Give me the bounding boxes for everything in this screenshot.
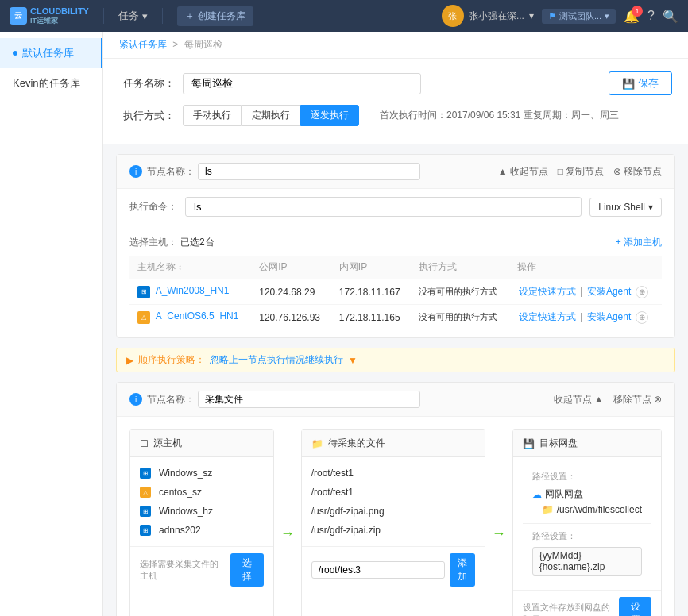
linux-icon: △ [140, 487, 151, 498]
search-icon[interactable]: 🔍 [663, 9, 678, 24]
node2-card: i 节点名称： 收起节点 ▲ 移除节点 ⊗ [116, 382, 675, 616]
action-sep: | [580, 311, 582, 322]
node1-header: i 节点名称： ▲ 收起节点 □ 复制节点 ⊗ [117, 155, 674, 189]
create-task-btn[interactable]: ＋ 创建任务库 [177, 6, 253, 26]
node2-shrink-btn[interactable]: 收起节点 ▲ [554, 393, 604, 406]
dot-icon [13, 51, 17, 56]
exec-mode-row: 执行方式： 手动执行 定期执行 逐发执行 首次执行时间：2017/09/06 1… [119, 105, 672, 126]
windows-icon: ⊞ [137, 286, 150, 298]
node1-actions: ▲ 收起节点 □ 复制节点 ⊗ 移除节点 [498, 165, 662, 179]
th-exec-method: 执行方式 [411, 256, 509, 279]
user-area[interactable]: 张 张小强在深... ▾ [442, 5, 534, 27]
source-host3: Windows_hz [159, 506, 213, 517]
target-col-icon: 💾 [523, 438, 535, 449]
exec-scheduled-btn[interactable]: 定期执行 [242, 105, 300, 126]
sidebar-item-default-task[interactable]: 默认任务库 [0, 38, 102, 68]
source-select-btn[interactable]: 选择 [230, 553, 263, 587]
save-button[interactable]: 💾 保存 [609, 71, 672, 95]
file-item1: /root/test1 [311, 468, 354, 479]
remove-icon: ⊗ [613, 166, 621, 177]
avatar: 张 [442, 5, 464, 27]
file-col-body: /root/test1 /root/test1 /usr/gdf-zipai.p… [302, 457, 485, 546]
task-name-label: 任务名称： [119, 76, 175, 90]
node1-shrink-btn[interactable]: ▲ 收起节点 [498, 165, 548, 179]
strategy-link[interactable]: 忽略上一节点执行情况继续执行 [210, 353, 343, 367]
th-action: 操作 [509, 256, 662, 279]
target-col-body: 路径设置： ☁ 网队网盘 📁 /usr/wdm/filescollect [513, 457, 661, 590]
host2-exec-method: 没有可用的执行方式 [411, 305, 509, 330]
file-item2: /root/test1 [311, 487, 354, 498]
source-col-bottom: 选择需要采集文件的主机 选择 [130, 546, 273, 593]
main-content: 紧认任务库 > 每周巡检 任务名称： 💾 保存 执行方式： 手动执行 定期执行 … [103, 32, 688, 616]
cmd-type-btn[interactable]: Linux Shell ▾ [589, 198, 662, 217]
list-item: △ centos_sz [140, 483, 264, 502]
file-col: 📁 待采集的文件 /root/test1 /root/test1 [301, 429, 485, 616]
target-set-btn[interactable]: 设置 [619, 597, 651, 616]
logo: 云 CLOUDBILITY IT运维家 [10, 6, 89, 26]
create-label: 创建任务库 [198, 10, 245, 23]
breadcrumb-parent[interactable]: 紧认任务库 [119, 39, 167, 50]
cloud-folder-icon: ☁ [532, 489, 542, 500]
team-dropdown-icon: ▾ [605, 11, 609, 21]
host1-action2-link[interactable]: 安装Agent [587, 286, 631, 297]
node2-info-icon: i [129, 393, 142, 406]
task-name-input[interactable] [183, 73, 421, 94]
exec-manual-btn[interactable]: 手动执行 [183, 105, 242, 126]
remove-label: 移除节点 [624, 165, 662, 179]
host1-name-link[interactable]: A_Win2008_HN1 [156, 285, 230, 296]
logo-text: CLOUDBILITY IT运维家 [30, 6, 89, 26]
node1-name-input[interactable] [198, 163, 420, 180]
node2-name-label: 节点名称： [147, 393, 195, 406]
host-selected: 已选2台 [180, 236, 215, 249]
sidebar-item-kevin-task[interactable]: Kevin的任务库 [0, 68, 102, 98]
node1-copy-btn[interactable]: □ 复制节点 [558, 165, 604, 179]
host2-settings-icon[interactable]: ⊕ [636, 311, 648, 324]
node2-actions: 收起节点 ▲ 移除节点 ⊗ [554, 393, 662, 406]
file-add-btn[interactable]: 添加 [450, 553, 475, 587]
source-col-body: ⊞ Windows_sz △ centos_sz ⊞ Windows_hz [130, 457, 273, 546]
node1-cmd-section: 执行命令： Linux Shell ▾ [117, 189, 674, 231]
sort-icon[interactable]: ↕ [178, 263, 182, 271]
strategy-bar: ▶ 顺序执行策略： 忽略上一节点执行情况继续执行 ▼ [116, 348, 675, 372]
copy-icon: □ [558, 166, 563, 177]
list-item: ⊞ adnns202 [140, 521, 264, 540]
source-host2: centos_sz [159, 487, 202, 498]
file-path-input[interactable] [311, 561, 445, 579]
windows-icon: ⊞ [140, 525, 151, 536]
add-host-btn[interactable]: + 添加主机 [616, 236, 662, 249]
layout: 默认任务库 Kevin的任务库 紧认任务库 > 每周巡检 任务名称： 💾 保存 [0, 32, 688, 616]
node2-remove-btn[interactable]: 移除节点 ⊗ [613, 393, 662, 406]
team-badge[interactable]: ⚑ 测试团队... ▾ [542, 9, 616, 24]
windows-icon: ⊞ [140, 468, 151, 479]
bell-area[interactable]: 🔔 1 [624, 9, 640, 24]
sidebar: 默认任务库 Kevin的任务库 [0, 32, 103, 616]
user-name: 张小强在深... [469, 10, 524, 23]
cmd-input[interactable] [185, 197, 582, 217]
file-col-label: 待采集的文件 [328, 437, 385, 450]
file-collect-body: ☐ 源主机 ⊞ Windows_sz △ centos_sz [117, 417, 674, 616]
task-name-row: 任务名称： 💾 保存 [119, 71, 672, 95]
list-item: /root/test1 [311, 464, 475, 483]
nav-dropdown-icon: ▾ [142, 10, 148, 22]
exec-batch-btn[interactable]: 逐发执行 [300, 105, 359, 126]
host2-action2-link[interactable]: 安装Agent [587, 311, 631, 322]
node2-header: i 节点名称： 收起节点 ▲ 移除节点 ⊗ [117, 383, 674, 417]
help-icon[interactable]: ? [647, 9, 655, 23]
nav-task[interactable]: 任务 ▾ [118, 9, 148, 23]
host2-internal-ip: 172.18.11.165 [331, 305, 412, 330]
host1-settings-icon[interactable]: ⊕ [636, 286, 648, 298]
path-template-item: {yyMMdd}{host.name}.zip [532, 545, 642, 577]
cmd-label: 执行命令： [129, 200, 177, 214]
target-col: 💾 目标网盘 路径设置： ☁ 网队网盘 [512, 429, 662, 616]
exec-mode-label: 执行方式： [119, 109, 175, 123]
remove-icon: 移除节点 ⊗ [613, 393, 662, 406]
source-col-header-label: 源主机 [153, 437, 182, 450]
file-item4: /usr/gdf-zipai.zip [311, 525, 381, 536]
node2-name-input[interactable] [198, 391, 420, 408]
node1-remove-btn[interactable]: ⊗ 移除节点 [613, 165, 662, 179]
host1-action1-link[interactable]: 设定快速方式 [519, 286, 576, 297]
path-section-1: 路径设置： ☁ 网队网盘 📁 /usr/wdm/filescollect [523, 464, 651, 523]
node1-name-label: 节点名称： [147, 165, 195, 179]
host2-name-link[interactable]: A_CentOS6.5_HN1 [156, 310, 239, 321]
host2-action1-link[interactable]: 设定快速方式 [519, 311, 576, 322]
